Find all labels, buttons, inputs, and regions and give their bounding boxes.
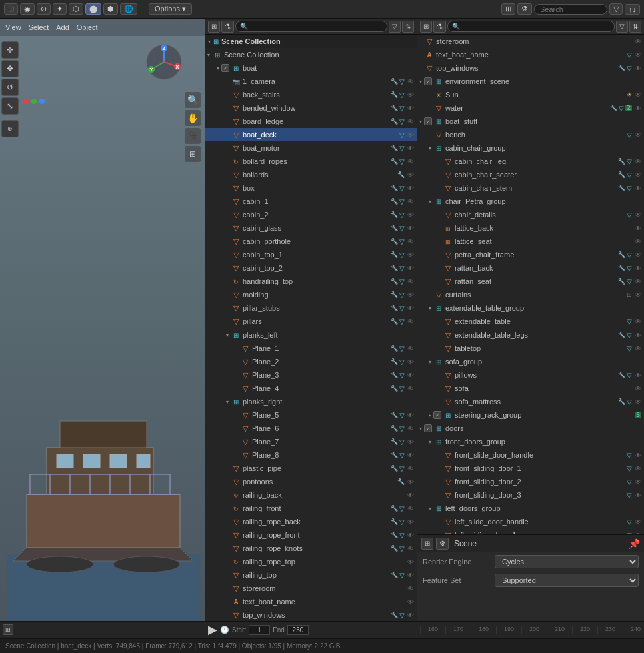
visibility-front_sliding_door_1[interactable]: 👁 (635, 465, 641, 472)
visibility-railing_rope_front[interactable]: 👁 (407, 532, 414, 539)
visibility-sofa[interactable]: 👁 (635, 385, 641, 392)
tree-item-Plane_1[interactable]: ▽Plane_1🔧▽👁 (205, 342, 417, 355)
viewport-shading-render-btn[interactable]: 🌐 (120, 3, 137, 15)
visibility-cabin_1[interactable]: 👁 (407, 198, 414, 205)
tree-item-text_boat_name[interactable]: Atext_boat_name👁 (205, 595, 417, 608)
visibility-cabin_chair_leg[interactable]: 👁 (635, 158, 641, 165)
visibility-left_slide_door_handle[interactable]: 👁 (635, 518, 641, 526)
visibility-Plane_2[interactable]: 👁 (407, 358, 414, 366)
tree-item-box[interactable]: ▽box🔧▽👁 (205, 181, 417, 195)
tree-item-lattice_back[interactable]: ⊞lattice_back👁 (417, 221, 644, 235)
visibility-Plane_6[interactable]: 👁 (407, 425, 414, 432)
visibility-board_ledge[interactable]: 👁 (407, 118, 414, 125)
tree-item-left_doors_group[interactable]: ▾⊞left_doors_group (417, 502, 644, 515)
viewport-shading-solid-btn[interactable]: ⬤ (85, 3, 101, 15)
rp-filter-btn[interactable]: ⚗ (433, 21, 446, 33)
tree-item-doors[interactable]: ▾✓⊞doors (417, 422, 644, 435)
visibility-Plane_3[interactable]: 👁 (407, 372, 414, 379)
visibility-pillows[interactable]: 👁 (635, 372, 641, 379)
tree-item-pillar_stubs[interactable]: ▽pillar_stubs🔧▽👁 (205, 301, 417, 315)
sp-filter-btn[interactable]: ▽ (389, 21, 401, 33)
tree-item-scene_collection[interactable]: ▾⊞Scene Collection (205, 48, 417, 61)
visibility-pillars[interactable]: 👁 (407, 318, 414, 325)
tree-item-Sun[interactable]: ☀Sun☀👁 (417, 88, 644, 101)
visibility-sofa_mattress[interactable]: 👁 (635, 398, 641, 406)
outliner-display-btn[interactable]: ⊞ (501, 3, 515, 15)
tree-item-bollards[interactable]: ▽bollards🔧👁 (205, 168, 417, 181)
visibility-chair_details[interactable]: 👁 (635, 211, 641, 219)
tree-item-cabin_top_1[interactable]: ▽cabin_top_1🔧▽👁 (205, 248, 417, 261)
tree-item-railing_rope_back[interactable]: ▽railing_rope_back🔧▽👁 (205, 515, 417, 528)
visibility-lattice_back[interactable]: 👁 (635, 225, 641, 232)
visibility-top_windows[interactable]: 👁 (407, 612, 414, 619)
visibility-Plane_8[interactable]: 👁 (407, 452, 414, 459)
viewport-type-btn[interactable]: ⊞ (4, 3, 18, 15)
viewport[interactable]: View Select Add Object Z X (0, 19, 205, 621)
visibility-storeroom_r[interactable]: 👁 (635, 38, 641, 45)
tree-item-text_boat_name_r[interactable]: Atext_boat_name▽👁 (417, 48, 644, 61)
tree-item-bended_window[interactable]: ▽bended_window🔧▽👁 (205, 101, 417, 115)
tool-transform[interactable]: ⊕ (1, 120, 19, 137)
tree-item-cabin_porthole[interactable]: ▽cabin_porthole🔧▽👁 (205, 235, 417, 248)
sp-sync-btn[interactable]: ⇅ (402, 21, 414, 33)
tree-item-boat_stuff[interactable]: ▾✓⊞boat_stuff (417, 115, 644, 128)
tl-btn-1[interactable]: ⊞ (3, 624, 13, 635)
tree-item-handrailing_top[interactable]: ↻handrailing_top🔧▽👁 (205, 275, 417, 288)
visibility-railing_rope_back[interactable]: 👁 (407, 518, 414, 526)
visibility-Plane_1[interactable]: 👁 (407, 345, 414, 352)
tree-item-water[interactable]: ▽water🔧▽𝟮👁 (417, 101, 644, 115)
rp-sort-btn[interactable]: ▽ (616, 21, 628, 33)
visibility-cabin_chair_seater[interactable]: 👁 (635, 171, 641, 179)
visibility-extendable_table[interactable]: 👁 (635, 318, 641, 325)
visibility-Plane_7[interactable]: 👁 (407, 438, 414, 446)
scene-search[interactable] (235, 21, 387, 32)
tree-item-planks_right[interactable]: ▾⊞planks_right (205, 395, 417, 408)
visibility-rattan_seat[interactable]: 👁 (635, 278, 641, 285)
prop-icon-btn[interactable]: ⚙ (436, 538, 449, 550)
tree-item-cabin_top_2[interactable]: ▽cabin_top_2🔧▽👁 (205, 261, 417, 275)
visibility-railing_back[interactable]: 👁 (407, 492, 414, 499)
tree-item-front_doors_group[interactable]: ▾⊞front_doors_group (417, 435, 644, 448)
viewport-shading-btn[interactable]: ◉ (20, 3, 35, 15)
visibility-cabin_glass[interactable]: 👁 (407, 225, 414, 232)
visibility-bench[interactable]: 👁 (635, 131, 641, 139)
visibility-boat_deck[interactable]: 👁 (407, 131, 414, 139)
visibility-text_boat_name_r[interactable]: 👁 (635, 51, 641, 59)
tool-move[interactable]: ✥ (1, 60, 19, 77)
tree-item-railing_rope_knots[interactable]: ▽railing_rope_knots🔧▽👁 (205, 542, 417, 555)
visibility-railing_rope_knots[interactable]: 👁 (407, 545, 414, 552)
tool-cursor[interactable]: ✛ (1, 41, 19, 59)
visibility-petra_chair_frame[interactable]: 👁 (635, 251, 641, 259)
feature-set-select[interactable]: Supported Experimental (495, 574, 639, 587)
tool-camera[interactable]: 🎥 (185, 128, 201, 144)
tree-item-steering_rack_group[interactable]: ▸✓⊞steering_rack_group𝟱 (417, 408, 644, 422)
visibility-top_windows_r[interactable]: 👁 (635, 65, 641, 72)
visibility-cabin_chair_stem[interactable]: 👁 (635, 185, 641, 192)
tree-item-railing_back[interactable]: ↻railing_back👁 (205, 488, 417, 502)
tree-item-boat[interactable]: ▾✓⊞boat (205, 61, 417, 75)
tree-item-back_stairs[interactable]: ▽back_stairs🔧▽👁 (205, 88, 417, 101)
tree-item-Plane_6[interactable]: ▽Plane_6🔧▽👁 (205, 422, 417, 435)
scene-collection-header[interactable]: ▾⊞Scene Collection (205, 35, 417, 48)
outliner-sort-btn[interactable]: ▽ (609, 3, 623, 15)
tree-item-sofa_group[interactable]: ▾⊞sofa_group (417, 355, 644, 368)
visibility-front_sliding_door_3[interactable]: 👁 (635, 492, 641, 499)
tree-item-cabin_chair_leg[interactable]: ▽cabin_chair_leg🔧▽👁 (417, 155, 644, 168)
right-tree[interactable]: ▽storeroom👁Atext_boat_name▽👁▽top_windows… (417, 35, 644, 534)
viewport-gizmo-btn[interactable]: ✦ (53, 3, 67, 15)
viewport-overlay-btn[interactable]: ⊙ (37, 3, 51, 15)
start-frame-input[interactable] (249, 625, 270, 635)
tree-item-chair_details[interactable]: ▽chair_details▽👁 (417, 208, 644, 221)
visibility-boat_motor[interactable]: 👁 (407, 145, 414, 152)
play-btn[interactable]: ▶ (208, 622, 217, 637)
tree-item-curtains[interactable]: ▽curtains⊞👁 (417, 288, 644, 301)
visibility-left_sliding_door_1[interactable]: 👁 (635, 532, 641, 535)
viewport-xray-btn[interactable]: ⬡ (69, 3, 83, 15)
tree-item-rattan_seat[interactable]: ▽rattan_seat🔧▽👁 (417, 275, 644, 288)
tree-item-extendable_table[interactable]: ▽extendable_table▽👁 (417, 315, 644, 328)
visibility-Plane_4[interactable]: 👁 (407, 385, 414, 392)
tree-item-cabin_glass[interactable]: ▽cabin_glass🔧▽👁 (205, 221, 417, 235)
vp-view-menu[interactable]: View (3, 22, 24, 33)
tree-item-lattice_seat[interactable]: ⊞lattice_seat👁 (417, 235, 644, 248)
visibility-Sun[interactable]: 👁 (635, 91, 641, 99)
